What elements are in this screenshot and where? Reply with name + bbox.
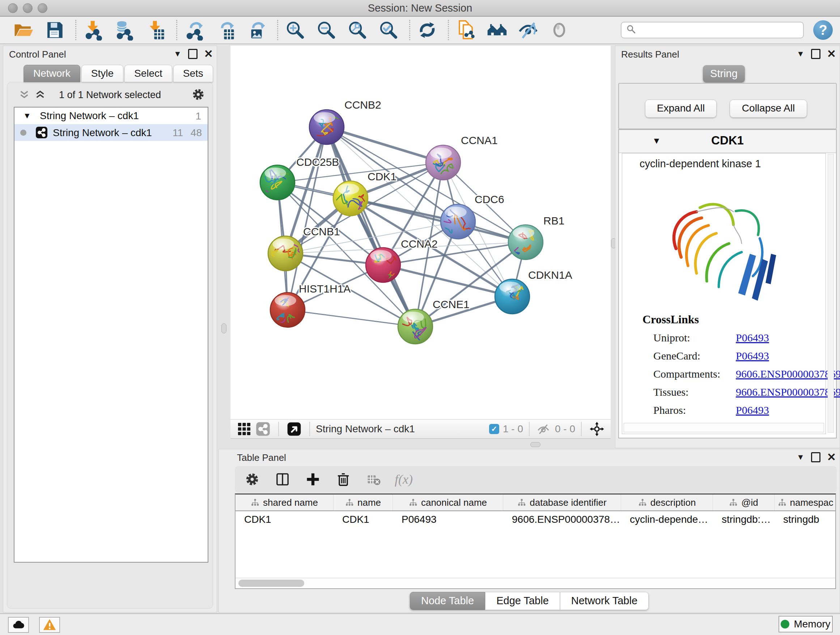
edge-HIST1H1A-CCNE1[interactable] — [287, 310, 415, 326]
table-cell[interactable]: 9606.ENSP00000378699 — [503, 514, 621, 525]
bottom-splitter-handle[interactable] — [531, 442, 540, 447]
network-share-icon[interactable] — [254, 420, 272, 439]
table-settings-gear-icon[interactable] — [243, 470, 262, 489]
export-table-button[interactable] — [214, 19, 237, 41]
apply-layout-button[interactable] — [416, 19, 439, 41]
crosslink-link[interactable]: P06493 — [736, 404, 769, 416]
crosslink-link[interactable]: P06493 — [736, 332, 769, 344]
table-horizontal-scrollbar[interactable] — [235, 578, 835, 588]
panel-close-icon[interactable]: ✕ — [204, 50, 213, 58]
column-header-namespac[interactable]: namespac — [775, 494, 836, 510]
scrollbar-thumb[interactable] — [238, 580, 304, 587]
node-CCNE1[interactable] — [398, 309, 433, 344]
warning-icon — [43, 618, 57, 632]
column-header-shared-name[interactable]: shared name — [235, 494, 333, 510]
memory-button[interactable]: Memory — [778, 616, 833, 632]
column-header--id[interactable]: @id — [713, 494, 775, 510]
expand-all-button[interactable]: Expand All — [645, 100, 717, 118]
help-button[interactable]: ? — [813, 20, 833, 40]
table-cell[interactable]: cyclin-dependent ... — [621, 514, 713, 525]
crosslink-link[interactable]: P06493 — [736, 350, 769, 362]
home-button[interactable] — [486, 19, 508, 41]
network-view-canvas[interactable]: CCNB2 CCNA1 CDC25B CDK1 CDC6 RB1 — [231, 46, 611, 419]
zoom-fit-button[interactable] — [346, 19, 369, 41]
panel-close-icon[interactable]: ✕ — [827, 50, 836, 58]
column-header-description[interactable]: description — [621, 494, 713, 510]
tab-network-table[interactable]: Network Table — [560, 592, 649, 610]
collapse-all-button[interactable]: Collapse All — [729, 100, 807, 118]
table-cell[interactable]: P06493 — [393, 514, 503, 525]
tab-edge-table[interactable]: Edge Table — [485, 592, 560, 610]
import-network-button[interactable] — [82, 19, 104, 41]
table-row[interactable]: CDK1CDK1P064939606.ENSP00000378699cyclin… — [235, 511, 835, 528]
save-session-button[interactable] — [43, 19, 66, 41]
birdseye-grid-icon[interactable] — [235, 420, 254, 439]
show-columns-icon[interactable] — [273, 470, 292, 489]
crosslink-link[interactable]: 9606.ENSP00000378699 — [736, 368, 840, 380]
search-input[interactable] — [621, 22, 804, 38]
edge-CCNB2-CCNE1[interactable] — [327, 127, 415, 326]
node-CCNA2[interactable] — [366, 248, 401, 284]
node-RB1[interactable] — [508, 223, 543, 264]
search-field[interactable] — [638, 24, 803, 36]
collection-count: 1 — [195, 111, 201, 122]
panel-menu-icon[interactable]: ▼ — [174, 49, 182, 59]
panel-float-icon[interactable] — [811, 49, 821, 59]
export-network-button[interactable] — [183, 19, 205, 41]
results-vertical-scrollbar[interactable] — [828, 154, 834, 432]
node-CDKN1A[interactable] — [495, 279, 530, 314]
tab-sets[interactable]: Sets — [173, 65, 213, 82]
tab-string[interactable]: String — [703, 65, 745, 82]
left-splitter-handle[interactable] — [221, 323, 226, 333]
zoom-out-button[interactable] — [315, 19, 338, 41]
function-builder-icon: f(x) — [395, 472, 413, 487]
zoom-in-button[interactable] — [284, 19, 306, 41]
panel-menu-icon[interactable]: ▼ — [797, 49, 805, 59]
node-CDC25B[interactable] — [257, 165, 295, 208]
column-header-database-identifier[interactable]: database identifier — [503, 494, 621, 510]
node-CCNA1[interactable] — [426, 145, 461, 180]
network-collection-row[interactable]: ▼ String Network – cdk1 1 — [14, 108, 208, 124]
panel-float-icon[interactable] — [811, 452, 821, 462]
import-network-database-button[interactable] — [113, 19, 136, 41]
open-session-button[interactable] — [12, 19, 35, 41]
panel-float-icon[interactable] — [188, 49, 197, 59]
zoom-selected-button[interactable] — [377, 19, 400, 41]
tab-node-table[interactable]: Node Table — [410, 592, 485, 610]
tree-icon — [409, 498, 417, 507]
fit-selected-crosshair-icon[interactable] — [587, 420, 606, 439]
gene-entry-header[interactable]: ▼ CDK1 — [619, 130, 836, 153]
table-cell[interactable]: CDK1 — [235, 514, 333, 525]
node-CCNB2[interactable] — [309, 110, 344, 144]
node-HIST1H1A[interactable] — [270, 293, 305, 329]
panel-close-icon[interactable]: ✕ — [827, 453, 836, 461]
cloud-status-button[interactable] — [8, 617, 29, 633]
table-cell[interactable]: stringdb — [775, 514, 836, 525]
selected-checkbox-icon[interactable]: ✓ — [489, 424, 499, 434]
tab-style[interactable]: Style — [81, 65, 123, 82]
tab-network[interactable]: Network — [24, 65, 80, 82]
tab-select[interactable]: Select — [125, 65, 172, 82]
crosslink-link[interactable]: 9606.ENSP00000378699 — [736, 386, 840, 398]
warnings-button[interactable] — [39, 617, 60, 633]
network-row-selected[interactable]: String Network – cdk1 11 48 — [14, 124, 208, 141]
import-table-button[interactable] — [144, 19, 167, 41]
cloud-icon — [11, 618, 25, 632]
column-header-name[interactable]: name — [333, 494, 393, 510]
table-cell[interactable]: CDK1 — [333, 514, 393, 525]
collection-expander-icon[interactable]: ▼ — [23, 111, 31, 120]
hide-selected-button[interactable] — [517, 19, 539, 41]
edge-CCNB2-CCNA1[interactable] — [327, 127, 443, 163]
delete-column-trash-icon[interactable] — [334, 470, 353, 489]
column-header-canonical-name[interactable]: canonical name — [393, 494, 503, 510]
export-image-button[interactable] — [245, 19, 268, 41]
open-in-new-icon[interactable] — [285, 420, 303, 439]
add-column-icon[interactable] — [303, 470, 322, 489]
results-horizontal-scrollbar[interactable] — [624, 423, 824, 432]
grid9-icon — [237, 421, 252, 437]
table-cell[interactable]: stringdb:9... — [713, 514, 775, 525]
panel-menu-icon[interactable]: ▼ — [797, 453, 805, 462]
share-session-button[interactable] — [455, 19, 477, 41]
network-options-gear-icon[interactable] — [191, 87, 207, 103]
node-CDK1[interactable] — [333, 181, 368, 216]
